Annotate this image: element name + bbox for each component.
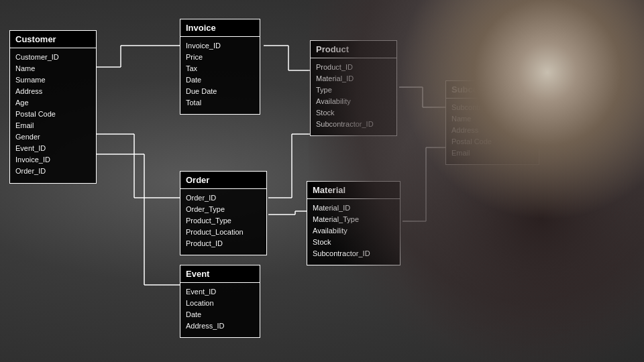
- product-field-1: Material_ID: [316, 73, 391, 84]
- product-field-3: Availability: [316, 96, 391, 107]
- customer-field-2: Surname: [15, 74, 91, 86]
- subcontractor-field-3: Postal Code: [451, 136, 533, 147]
- material-body: Material_ID Material_Type Availability S…: [307, 199, 400, 265]
- invoice-field-0: Invoice_ID: [186, 40, 254, 52]
- material-field-3: Stock: [313, 237, 394, 248]
- customer-field-0: Customer_ID: [15, 52, 91, 63]
- subcontractor-field-0: Subcontractor_ID: [451, 102, 533, 113]
- order-field-4: Product_ID: [186, 238, 261, 249]
- order-body: Order_ID Order_Type Product_Type Product…: [180, 189, 266, 255]
- subcontractor-field-2: Address: [451, 125, 533, 136]
- event-field-1: Location: [186, 298, 254, 309]
- material-field-2: Availability: [313, 225, 394, 237]
- customer-field-3: Address: [15, 86, 91, 97]
- customer-header: Customer: [10, 31, 96, 48]
- table-product: Product Product_ID Material_ID Type Avai…: [310, 40, 397, 136]
- table-invoice: Invoice Invoice_ID Price Tax Date Due Da…: [180, 19, 260, 115]
- event-header: Event: [180, 265, 260, 283]
- table-subcontractor: Subcontractor Subcontractor_ID Name Addr…: [445, 80, 539, 165]
- material-field-4: Subcontractor_ID: [313, 248, 394, 259]
- material-header: Material: [307, 182, 400, 199]
- order-field-0: Order_ID: [186, 192, 261, 204]
- order-header: Order: [180, 172, 266, 189]
- subcontractor-header: Subcontractor: [446, 81, 539, 99]
- event-field-0: Event_ID: [186, 286, 254, 298]
- product-field-5: Subcontractor_ID: [316, 119, 391, 130]
- order-field-3: Product_Location: [186, 227, 261, 238]
- invoice-body: Invoice_ID Price Tax Date Due Date Total: [180, 37, 260, 114]
- subcontractor-field-1: Name: [451, 113, 533, 125]
- invoice-field-5: Total: [186, 97, 254, 109]
- customer-field-5: Postal Code: [15, 109, 91, 120]
- customer-field-7: Gender: [15, 131, 91, 143]
- customer-body: Customer_ID Name Surname Address Age Pos…: [10, 48, 96, 183]
- invoice-header: Invoice: [180, 19, 260, 37]
- subcontractor-body: Subcontractor_ID Name Address Postal Cod…: [446, 99, 539, 164]
- event-field-2: Date: [186, 309, 254, 320]
- customer-field-4: Age: [15, 97, 91, 109]
- customer-field-6: Email: [15, 120, 91, 131]
- invoice-field-3: Date: [186, 74, 254, 86]
- customer-field-8: Event_ID: [15, 143, 91, 154]
- customer-field-10: Order_ID: [15, 166, 91, 177]
- product-header: Product: [311, 41, 396, 58]
- order-field-2: Product_Type: [186, 215, 261, 227]
- order-field-1: Order_Type: [186, 204, 261, 215]
- product-body: Product_ID Material_ID Type Availability…: [311, 58, 396, 135]
- subcontractor-field-4: Email: [451, 147, 533, 159]
- table-material: Material Material_ID Material_Type Avail…: [307, 181, 400, 265]
- material-field-0: Material_ID: [313, 202, 394, 214]
- product-field-2: Type: [316, 84, 391, 96]
- event-field-3: Address_ID: [186, 320, 254, 332]
- product-field-0: Product_ID: [316, 62, 391, 73]
- product-field-4: Stock: [316, 107, 391, 119]
- table-event: Event Event_ID Location Date Address_ID: [180, 265, 260, 338]
- event-body: Event_ID Location Date Address_ID: [180, 283, 260, 337]
- material-field-1: Material_Type: [313, 214, 394, 225]
- invoice-field-2: Tax: [186, 63, 254, 74]
- table-customer: Customer Customer_ID Name Surname Addres…: [9, 30, 97, 184]
- customer-field-9: Invoice_ID: [15, 154, 91, 166]
- table-order: Order Order_ID Order_Type Product_Type P…: [180, 171, 267, 255]
- invoice-field-1: Price: [186, 52, 254, 63]
- customer-field-1: Name: [15, 63, 91, 74]
- invoice-field-4: Due Date: [186, 86, 254, 97]
